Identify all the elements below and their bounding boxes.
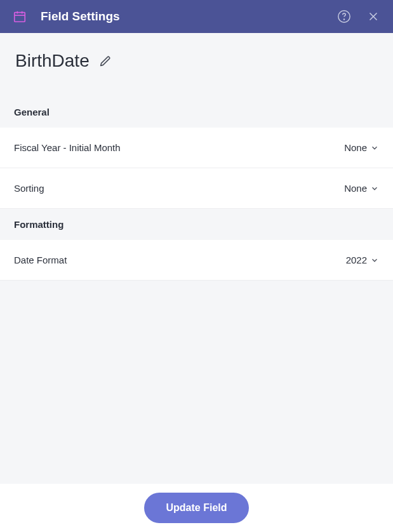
setting-value-sorting[interactable]: None [344, 183, 379, 194]
close-icon[interactable] [366, 10, 380, 23]
content-spacer [0, 281, 393, 484]
svg-point-5 [343, 19, 344, 20]
setting-value-text: None [344, 183, 367, 194]
panel-footer: Update Field [0, 484, 393, 532]
field-name-row: BirthDate [0, 33, 393, 96]
setting-row-sorting: Sorting None [0, 168, 393, 209]
setting-label-fiscal-year: Fiscal Year - Initial Month [14, 142, 121, 153]
panel-header: Field Settings [0, 0, 393, 33]
setting-label-date-format: Date Format [14, 255, 67, 265]
svg-rect-0 [15, 13, 25, 22]
pencil-icon[interactable] [98, 54, 112, 68]
content-area: BirthDate General Fiscal Year - Initial … [0, 33, 393, 484]
chevron-down-icon [370, 256, 379, 265]
setting-row-fiscal-year: Fiscal Year - Initial Month None [0, 128, 393, 168]
chevron-down-icon [370, 143, 379, 152]
field-name: BirthDate [15, 51, 90, 71]
calendar-icon [13, 10, 27, 23]
setting-value-date-format[interactable]: 2022 [346, 255, 379, 265]
setting-value-text: None [344, 142, 367, 153]
update-field-button[interactable]: Update Field [144, 493, 248, 523]
chevron-down-icon [370, 184, 379, 193]
setting-value-fiscal-year[interactable]: None [344, 142, 379, 153]
panel-title: Field Settings [41, 10, 337, 23]
setting-row-date-format: Date Format 2022 [0, 240, 393, 281]
section-header-formatting: Formatting [0, 209, 393, 240]
setting-label-sorting: Sorting [14, 183, 44, 194]
help-icon[interactable] [337, 10, 351, 23]
setting-value-text: 2022 [346, 255, 367, 265]
section-header-general: General [0, 96, 393, 128]
